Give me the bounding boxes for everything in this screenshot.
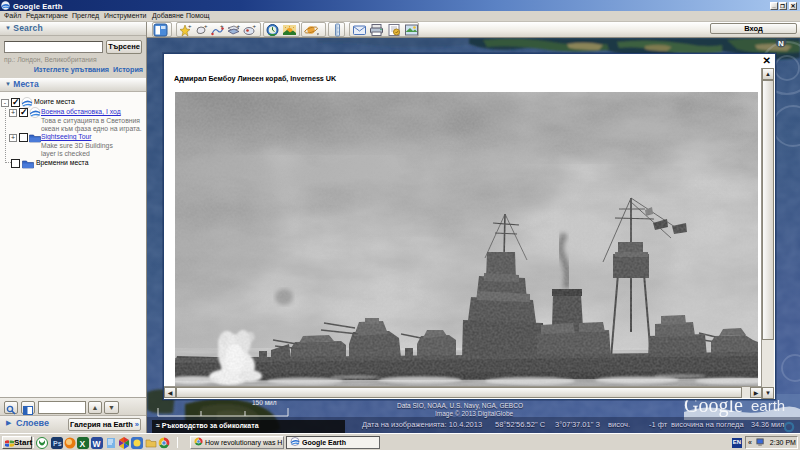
svg-text:W: W [93, 439, 102, 449]
svg-text:+: + [253, 23, 257, 29]
svg-text:Ps: Ps [53, 440, 62, 447]
svg-text:150 мил: 150 мил [252, 399, 277, 406]
svg-text:X: X [80, 439, 86, 449]
svg-text:+: + [188, 23, 192, 29]
svg-text:+: + [220, 23, 224, 29]
svg-text:+: + [237, 23, 241, 29]
svg-text:N: N [778, 39, 784, 48]
svg-text:+: + [204, 23, 208, 29]
